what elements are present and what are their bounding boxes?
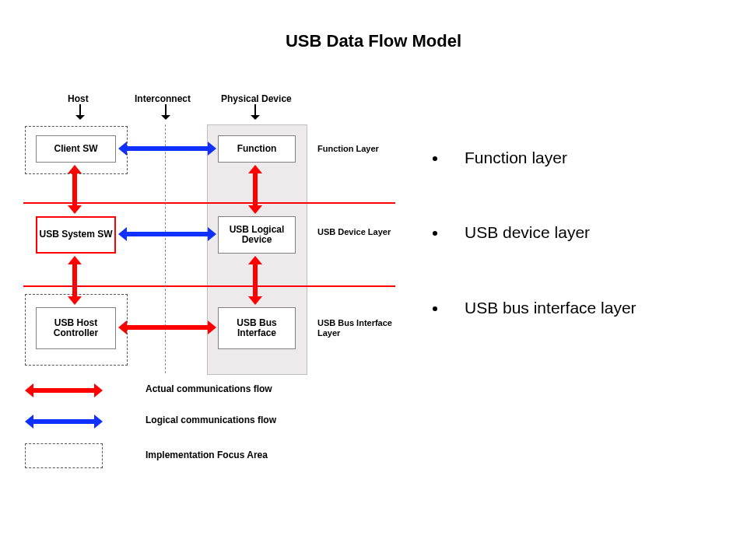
legend-label-logical: Logical communications flow	[146, 415, 276, 425]
bullet-function: Function layer	[447, 148, 728, 168]
block-function: Function	[218, 135, 296, 163]
page-title: USB Data Flow Model	[0, 31, 747, 51]
legend-arrow-red	[25, 383, 103, 397]
col-header-host: Host	[68, 93, 89, 104]
legend-arrow-blue	[25, 415, 103, 429]
block-client-sw: Client SW	[36, 135, 116, 163]
actual-flow-arrow-host-2	[68, 256, 82, 305]
block-usb-host-controller: USB Host Controller	[36, 307, 116, 349]
logical-flow-arrow-2	[118, 227, 216, 241]
bullet-device: USB device layer	[447, 222, 728, 243]
col-header-interconnect: Interconnect	[135, 93, 191, 104]
diagram: Host Interconnect Physical Device Client…	[23, 93, 416, 482]
layer-bullet-list: Function layer USB device layer USB bus …	[432, 148, 728, 373]
interconnect-dashed-line	[165, 124, 166, 373]
legend-label-focus: Implementation Focus Area	[146, 450, 268, 460]
bullet-bus: USB bus interface layer	[447, 298, 728, 318]
actual-flow-arrow-dev-1	[248, 165, 262, 214]
block-usb-logical-device: USB Logical Device	[218, 216, 296, 254]
legend-row-actual: Actual communications flow	[25, 381, 398, 401]
legend-dashed-box	[25, 443, 103, 468]
legend-label-actual: Actual communications flow	[146, 383, 272, 394]
actual-flow-arrow-dev-2	[248, 256, 262, 305]
actual-flow-arrow-host-1	[68, 165, 82, 214]
layer-label-bus: USB Bus Interface Layer	[317, 318, 395, 338]
legend-row-focus: Implementation Focus Area	[25, 443, 398, 470]
logical-flow-arrow-1	[118, 142, 216, 156]
actual-flow-arrow-bus	[118, 320, 216, 334]
legend: Actual communications flow Logical commu…	[25, 381, 398, 481]
layer-label-device: USB Device Layer	[317, 227, 395, 237]
block-usb-bus-interface: USB Bus Interface	[218, 307, 296, 349]
layer-label-function: Function Layer	[317, 144, 395, 154]
block-usb-system-sw: USB System SW	[36, 216, 116, 254]
col-header-physical-device: Physical Device	[221, 93, 292, 104]
legend-row-logical: Logical communications flow	[25, 412, 398, 432]
